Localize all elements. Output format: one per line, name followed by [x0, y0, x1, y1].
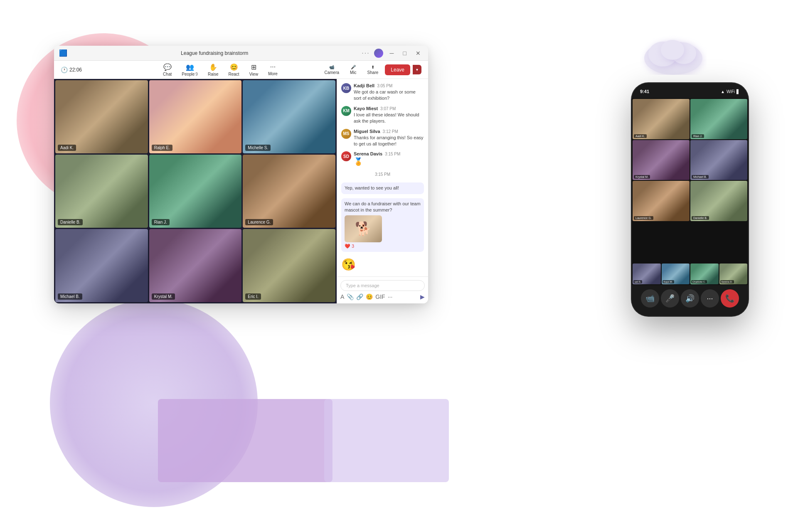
heart-icon: ❤️: [345, 243, 350, 249]
battery-icon: ▋: [736, 89, 740, 94]
call-timer: 🕐 22:06: [61, 66, 82, 73]
time-serena: 3:15 PM: [385, 152, 400, 156]
people-label: People: [182, 72, 195, 76]
phone-mini-tile-1: uel S.: [633, 264, 661, 284]
more-icon: ···: [270, 63, 276, 71]
people-count: 9: [195, 72, 198, 76]
phone-label-aadi: Aadi K.: [634, 134, 647, 138]
window-title: League fundraising brainstorm: [67, 50, 362, 56]
chat-button[interactable]: 💬 Chat: [159, 62, 176, 78]
more-options-icon[interactable]: ···: [362, 49, 369, 57]
mic-label: Mic: [350, 70, 357, 75]
phone-end-icon: 📞: [725, 294, 734, 303]
video-tile-danielle: Danielle B.: [55, 155, 148, 228]
chat-msg-header-serena: Serena Davis 3:15 PM: [354, 151, 424, 156]
chat-message-serena: SD Serena Davis 3:15 PM 🏅: [341, 151, 424, 166]
timestamp-center: 3:15 PM: [341, 172, 424, 177]
chat-input-area: Type a message A 📎 🔗 😊 GIF ··· ▶: [337, 276, 428, 303]
window-controls: ··· ─ □ ✕: [362, 49, 423, 58]
participant-label-aadi: Aadi K.: [58, 145, 76, 151]
phone-more-icon: ···: [707, 294, 713, 303]
dog-image: [345, 215, 382, 242]
avatar-kadji: KB: [341, 83, 351, 93]
clock-icon: 🕐: [61, 66, 68, 73]
phone-label-danielle: Danielle B.: [692, 216, 709, 220]
phone-speaker-icon: 🔊: [685, 294, 695, 303]
self-message-2: We can do a fundraiser with our team mas…: [341, 198, 424, 252]
mic-button[interactable]: 🎤 Mic: [346, 63, 361, 76]
phone-speaker-button[interactable]: 🔊: [681, 289, 699, 308]
raise-label: Raise: [208, 72, 219, 76]
format-icon[interactable]: A: [340, 293, 344, 300]
phone-tile-laurence: Laurence G.: [633, 181, 690, 221]
chat-msg-content-kayo: Kayo Miest 3:07 PM I love all these idea…: [354, 106, 424, 125]
attach-icon[interactable]: 📎: [347, 293, 354, 300]
emoji-message: 😘: [341, 258, 424, 271]
signal-icon: ▲: [721, 89, 725, 94]
more-attach-icon[interactable]: ···: [388, 293, 393, 300]
leave-dropdown-button[interactable]: ▾: [413, 65, 421, 74]
phone-mic-button[interactable]: 🎤: [661, 289, 679, 308]
phone-mockup: 9:41 ▲ WiFi ▋ Aadi K. Rian J. Krystal M.…: [632, 83, 748, 316]
chat-msg-content-miguel: Miguel Silva 3:12 PM Thanks for arrangin…: [354, 129, 424, 148]
phone-mini-tile-3: Charlotte C.: [690, 264, 719, 284]
phone-mic-icon: 🎤: [665, 294, 675, 303]
chat-msg-content-kadji: Kadji Bell 3:05 PM We got do a car wash …: [354, 83, 424, 102]
participant-label-rian: Rian J.: [152, 219, 170, 225]
teams-logo-icon: 🟦: [59, 49, 67, 57]
time-kadji: 3:05 PM: [377, 84, 392, 88]
self-message-1: Yep, wanted to see you all!: [341, 182, 424, 194]
text-kayo: I love all these ideas! We should ask th…: [354, 112, 424, 125]
gif-icon[interactable]: GIF: [375, 293, 385, 300]
sender-kadji: Kadji Bell: [354, 83, 374, 88]
phone-end-call-button[interactable]: 📞: [721, 289, 739, 308]
people-button[interactable]: 👥 People 9: [177, 62, 202, 78]
close-button[interactable]: ✕: [413, 49, 423, 57]
phone-notch: [668, 86, 702, 96]
phone-video-grid: Aadi K. Rian J. Krystal M. Michael B. La…: [632, 98, 748, 263]
phone-camera-button[interactable]: 📹: [641, 289, 659, 308]
video-tile-aadi: Aadi K.: [55, 80, 148, 153]
reaction-count: 3: [352, 243, 354, 249]
react-button[interactable]: 😊 React: [224, 62, 244, 78]
emoji-picker-icon[interactable]: 😊: [366, 293, 373, 300]
view-label: View: [249, 72, 259, 76]
react-icon: 😊: [230, 63, 238, 71]
maximize-button[interactable]: □: [401, 49, 409, 57]
text-kadji: We got do a car wash or some sort of exh…: [354, 89, 424, 102]
time-kayo: 3:07 PM: [380, 106, 396, 111]
video-tile-krystal: Krystal M.: [149, 229, 242, 302]
phone-mini-label-1: uel S.: [633, 280, 642, 283]
minimize-button[interactable]: ─: [387, 49, 397, 57]
leave-button[interactable]: Leave: [385, 64, 410, 75]
call-content: Aadi K. Ralph E. Michelle S. Danielle B.…: [54, 79, 428, 303]
phone-more-button[interactable]: ···: [701, 289, 719, 308]
chat-icon: 💬: [163, 63, 172, 71]
desktop-app-window: 🟦 League fundraising brainstorm ··· ─ □ …: [54, 46, 428, 303]
participant-label-krystal: Krystal M.: [152, 293, 175, 300]
view-icon: ⊞: [251, 63, 256, 71]
view-button[interactable]: ⊞ View: [245, 62, 263, 78]
share-label: Share: [367, 70, 379, 75]
phone-tile-krystal: Krystal M.: [633, 140, 690, 180]
chat-message-kadji: KB Kadji Bell 3:05 PM We got do a car wa…: [341, 83, 424, 102]
raise-icon: ✋: [209, 63, 217, 71]
chat-input-box[interactable]: Type a message: [340, 280, 425, 291]
avatar-serena: SD: [341, 151, 351, 161]
chat-message-kayo: KM Kayo Miest 3:07 PM I love all these i…: [341, 106, 424, 125]
phone-tile-michael: Michael B.: [690, 140, 747, 180]
sender-serena: Serena Davis: [354, 151, 382, 156]
react-label: React: [229, 72, 239, 76]
video-tile-rian: Rian J.: [149, 155, 242, 228]
share-button[interactable]: ⬆ Share: [363, 63, 383, 76]
send-button[interactable]: ▶: [420, 293, 425, 300]
phone-mini-tile-2: Kayo M.: [662, 264, 690, 284]
link-icon[interactable]: 🔗: [356, 293, 363, 300]
camera-icon: 📹: [329, 65, 334, 69]
raise-button[interactable]: ✋ Raise: [204, 62, 223, 78]
phone-bottom-bar: 📹 🎤 🔊 ··· 📞: [632, 285, 748, 316]
camera-button[interactable]: 📹 Camera: [320, 63, 343, 76]
bg-rect-lavender: [324, 399, 449, 482]
more-button[interactable]: ··· More: [264, 62, 282, 78]
video-tile-michael: Michael B.: [55, 229, 148, 302]
